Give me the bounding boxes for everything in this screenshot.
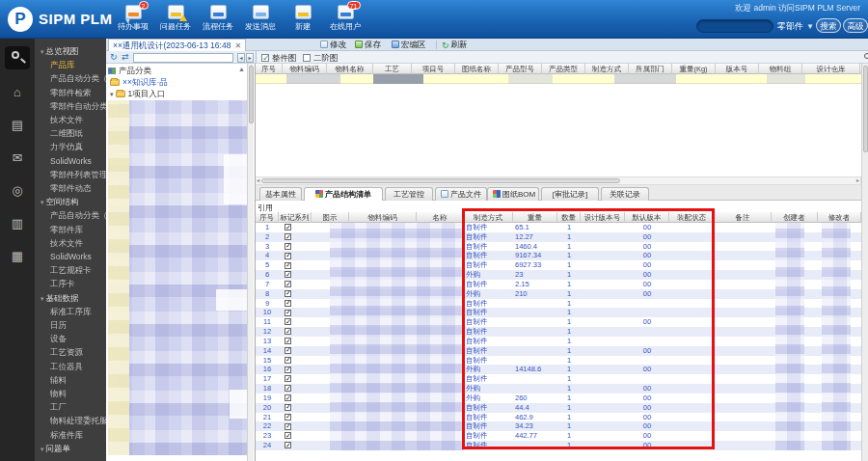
column-header[interactable]: 修改者 <box>818 212 861 223</box>
book-icon[interactable]: ▥ <box>8 214 27 233</box>
row-checkbox[interactable] <box>285 310 291 316</box>
sidebar-item[interactable]: 技术文件 <box>35 113 106 126</box>
row-checkbox[interactable] <box>285 442 291 448</box>
row-checkbox[interactable] <box>285 224 291 230</box>
column-header[interactable]: 备注 <box>715 212 772 223</box>
column-header[interactable]: 物料编码 <box>349 212 417 223</box>
sidebar-group-header[interactable]: 问题单 <box>35 442 106 455</box>
search-category-caret-icon[interactable]: ▼ <box>806 22 814 31</box>
row-checkbox[interactable] <box>285 253 291 259</box>
search-button[interactable]: 搜索 <box>816 18 841 33</box>
sidebar-item[interactable]: 物料处理委托服务方式 <box>35 414 106 427</box>
sidebar-item[interactable]: 产品自动分类（检索库） <box>35 71 106 85</box>
header-toolbar-button[interactable]: 2待办事项 <box>114 5 152 36</box>
sidebar-item[interactable]: 标准工序库 <box>35 305 106 318</box>
sidebar-item[interactable]: 工序卡 <box>35 277 106 290</box>
tree-node-project[interactable]: ▾1项目入口 <box>110 89 165 100</box>
row-checkbox[interactable] <box>285 432 291 439</box>
global-search-input[interactable] <box>696 19 773 33</box>
modify-button[interactable]: 修改 <box>320 40 346 50</box>
column-header[interactable]: 标记系列 <box>279 212 312 223</box>
database-icon[interactable]: ▤ <box>8 116 27 135</box>
network-icon[interactable]: ◎ <box>8 181 27 201</box>
header-toolbar-button[interactable]: 流程任务 <box>199 5 237 36</box>
header-toolbar-button[interactable]: 发送消息 <box>241 5 280 36</box>
sidebar-item[interactable]: 力学仿真 <box>35 140 106 153</box>
column-header[interactable]: 物料名称 <box>327 64 373 74</box>
sidebar-item[interactable]: 产品自动分类（结构树） <box>35 208 106 222</box>
column-header[interactable]: 项目号 <box>412 64 455 74</box>
search-category-dropdown[interactable]: 零部件 <box>777 20 803 33</box>
vertical-scrollbar[interactable] <box>861 64 868 461</box>
sidebar-group-header[interactable]: 基础数据 <box>35 291 106 305</box>
row-checkbox[interactable] <box>285 423 291 430</box>
column-header[interactable]: 产品类型 <box>542 64 585 74</box>
scroll-left-icon[interactable]: ◂ <box>257 177 259 184</box>
row-checkbox[interactable] <box>285 328 291 335</box>
sidebar-item[interactable]: 标准件库 <box>35 428 106 442</box>
row-checkbox[interactable] <box>285 375 291 382</box>
sidebar-item[interactable]: 零部件列表管理 <box>35 168 106 181</box>
row-checkbox[interactable] <box>285 271 291 278</box>
row-checkbox[interactable] <box>285 385 291 392</box>
tree-scrollbar[interactable] <box>247 64 254 461</box>
detail-tab[interactable]: [审批记录] <box>541 187 599 201</box>
prev-match-button[interactable]: ◂ <box>237 53 245 63</box>
scroll-right-icon[interactable]: ▸ <box>856 177 859 184</box>
column-header[interactable]: 设计仓库 <box>802 64 860 74</box>
row-checkbox[interactable] <box>285 281 291 287</box>
sidebar-item[interactable]: 零部件自动分类（结构视图） <box>35 99 106 113</box>
document-tab[interactable]: ××通用机设计(2023-06-13 16:48✕ <box>108 39 246 51</box>
detail-tab[interactable]: 关联记录 <box>601 187 649 201</box>
row-checkbox[interactable] <box>285 357 291 364</box>
sidebar-item[interactable]: SolidWorks <box>35 154 106 168</box>
row-checkbox[interactable] <box>285 394 291 401</box>
row-checkbox[interactable] <box>285 404 291 411</box>
sidebar-group-header[interactable]: 总览视图 <box>35 44 106 58</box>
whole-part-checkbox[interactable] <box>261 54 269 62</box>
column-header[interactable]: 版本号 <box>716 64 759 74</box>
sidebar-item[interactable]: 零部件动态 <box>35 181 106 195</box>
sidebar-item[interactable]: 零部件库 <box>35 223 106 236</box>
tree-node-library[interactable]: ××知识库·品 <box>110 77 168 89</box>
apps-icon[interactable]: ▦ <box>8 247 27 266</box>
second-level-checkbox[interactable] <box>303 54 311 62</box>
save-button[interactable]: 保存 <box>355 40 381 50</box>
sidebar-item[interactable]: 二维图纸 <box>35 126 106 140</box>
sidebar-item[interactable]: 辅料 <box>35 373 106 387</box>
detail-tab[interactable]: 产品文件 <box>435 187 487 201</box>
horizontal-scrollbar-thumb[interactable] <box>261 178 620 183</box>
tree-scrollbar-thumb[interactable] <box>249 66 254 123</box>
row-checkbox[interactable] <box>285 243 291 250</box>
sidebar-item[interactable]: 工艺规程卡 <box>35 263 106 277</box>
row-checkbox[interactable] <box>285 290 291 297</box>
sidebar-item[interactable]: 技术文件 <box>35 236 106 250</box>
sidebar-group-header[interactable]: 空间结构 <box>35 195 106 208</box>
column-header[interactable]: 工艺 <box>373 64 412 74</box>
sidebar-item[interactable]: 设备 <box>35 332 106 345</box>
sidebar-item[interactable]: 日历 <box>35 318 106 332</box>
column-header[interactable]: 产品型号 <box>499 64 542 74</box>
column-header[interactable]: 图示 <box>312 212 349 223</box>
advanced-search-button[interactable]: 高级 <box>843 18 868 33</box>
row-checkbox[interactable] <box>285 233 291 240</box>
vertical-scrollbar-thumb[interactable] <box>863 66 868 152</box>
row-checkbox[interactable] <box>285 300 291 307</box>
header-toolbar-button[interactable]: 新建 <box>284 5 322 36</box>
sidebar-item[interactable]: 工位器具 <box>35 360 106 373</box>
tree-swap-icon[interactable]: ⇄ <box>122 53 129 62</box>
detail-tab[interactable]: 基本属性 <box>259 187 302 201</box>
sidebar-item[interactable]: 物料 <box>35 387 106 400</box>
selected-material-row[interactable] <box>256 74 861 84</box>
row-checkbox[interactable] <box>285 262 291 269</box>
column-header[interactable]: 序号 <box>256 212 279 223</box>
column-header[interactable]: 序号 <box>256 64 283 74</box>
row-checkbox[interactable] <box>285 338 291 344</box>
close-tab-icon[interactable]: ✕ <box>234 41 241 50</box>
detail-tab[interactable]: 图纸BOM <box>487 187 539 201</box>
row-checkbox[interactable] <box>285 366 291 373</box>
sidebar-item[interactable]: 零部件检索 <box>35 86 106 99</box>
row-checkbox[interactable] <box>285 347 291 354</box>
tree-refresh-icon[interactable]: ↻ <box>110 53 118 62</box>
column-header[interactable]: 名称 <box>417 212 464 223</box>
